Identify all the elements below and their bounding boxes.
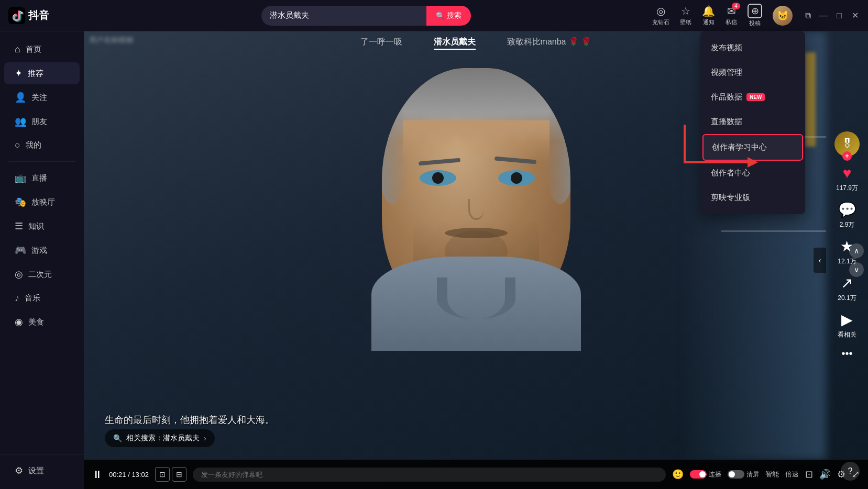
star-action[interactable]: ★ 12.1万 — [838, 238, 856, 266]
related-search-bar[interactable]: 🔍 相关搜索：潜水员戴夫 › — [105, 429, 215, 447]
star-count: 12.1万 — [838, 257, 856, 266]
like-action[interactable]: ♥ 117.9万 — [836, 165, 858, 193]
menu-item-video-manage[interactable]: 视频管理 — [700, 60, 805, 85]
help-button[interactable]: ? — [841, 462, 860, 481]
more-action[interactable]: ••• — [841, 348, 852, 360]
related-label: 看相关 — [838, 330, 856, 339]
menu-item-creator-learn[interactable]: 创作者学习中心 — [702, 134, 803, 161]
author-avatar: 🎖 + — [834, 131, 860, 157]
like-count: 117.9万 — [836, 184, 858, 193]
search-inner: 🔍 搜索 — [261, 6, 471, 26]
channel-tab-2[interactable]: 致敬科比manba 🌹 🌹 — [507, 37, 592, 50]
related-search-icon: 🔍 — [113, 434, 122, 442]
sidebar-item-recommend[interactable]: ✦ 推荐 — [4, 62, 80, 84]
sidebar-item-cinema[interactable]: 🎭 放映厅 — [4, 191, 80, 213]
logo-area: 抖音 — [8, 7, 92, 24]
danmu-icon-1[interactable]: ⊡ — [155, 467, 170, 482]
pip-btn[interactable]: ⧉ — [803, 11, 812, 20]
sidebar-item-settings[interactable]: ⚙ 设置 — [4, 460, 80, 482]
knowledge-icon: ☰ — [15, 220, 23, 232]
heart-icon: ♥ — [843, 165, 852, 182]
app-title: 抖音 — [28, 8, 49, 23]
danmu-icon-2[interactable]: ⊟ — [172, 467, 186, 482]
music-icon: ♪ — [15, 293, 19, 304]
beisu-btn[interactable]: 倍速 — [785, 470, 799, 479]
related-search-chevron: › — [204, 434, 206, 442]
tiktok-logo-icon — [8, 7, 25, 24]
follow-plus-btn[interactable]: + — [842, 151, 852, 161]
sidebar: ⌂ 首页 ✦ 推荐 👤 关注 👥 朋友 ○ 我的 📺 直播 🎭 放映厅 ☰ 知识… — [0, 31, 84, 489]
topbar: 抖音 🔍 搜索 ◎ 充钻石 ☆ 壁纸 🔔 通知 ✉ 4 私信 ⊕ — [0, 0, 868, 31]
sidebar-item-music[interactable]: ♪ 音乐 — [4, 287, 80, 309]
qingping-toggle[interactable]: 清屏 — [728, 470, 759, 479]
topbar-post-btn[interactable]: ⊕ 投稿 — [748, 4, 762, 27]
sidebar-bottom: ⚙ 设置 — [0, 454, 84, 483]
search-icon: 🔍 — [436, 12, 445, 20]
post-icon: ⊕ — [748, 4, 762, 18]
comment-action[interactable]: 💬 2.9万 — [838, 201, 856, 229]
search-button[interactable]: 🔍 搜索 — [426, 6, 471, 26]
emoji-button[interactable]: 🙂 — [672, 469, 684, 480]
topbar-notify-btn[interactable]: 🔔 通知 — [702, 5, 715, 26]
follow-icon: 👤 — [15, 92, 26, 103]
time-display: 00:21 / 13:02 — [109, 471, 149, 479]
search-input[interactable] — [261, 11, 426, 20]
pause-button[interactable]: ⏸ — [92, 469, 103, 481]
topbar-messages-btn[interactable]: ✉ 4 私信 — [726, 5, 737, 26]
topbar-wallpaper-btn[interactable]: ☆ 壁纸 — [680, 5, 691, 26]
share-icon: ↗ — [841, 274, 853, 292]
new-badge: NEW — [746, 93, 765, 101]
home-icon: ⌂ — [15, 44, 20, 55]
menu-item-creator-center[interactable]: 创作者中心 — [700, 161, 805, 185]
related-search-label: 相关搜索：潜水员戴夫 — [126, 434, 200, 443]
anime-icon: ◎ — [15, 269, 23, 280]
volume-icon[interactable]: 🔊 — [819, 469, 831, 480]
picture-in-picture-icon[interactable]: ⊡ — [805, 469, 813, 480]
qingping-switch[interactable] — [728, 470, 744, 479]
lianjiao-switch[interactable] — [690, 470, 707, 479]
bell-icon: 🔔 — [702, 5, 715, 17]
sidebar-item-live[interactable]: 📺 直播 — [4, 167, 80, 189]
user-avatar[interactable]: 🐱 — [773, 6, 793, 26]
sidebar-item-friends[interactable]: 👥 朋友 — [4, 110, 80, 132]
sidebar-item-home[interactable]: ⌂ 首页 — [4, 39, 80, 60]
menu-item-jianying[interactable]: 剪映专业版 — [700, 185, 805, 210]
sidebar-item-knowledge[interactable]: ☰ 知识 — [4, 215, 80, 237]
video-controls: ⏸ 00:21 / 13:02 ⊡ ⊟ 🙂 连播 清屏 智能 倍速 ⊡ — [84, 460, 868, 489]
danmu-icons: ⊡ ⊟ — [155, 467, 186, 482]
author-action[interactable]: 🎖 + — [834, 131, 860, 157]
dropdown-menu: 发布视频 视频管理 作品数据 NEW 直播数据 创作者学习中心 创作者中心 剪映… — [700, 31, 805, 214]
comment-count: 2.9万 — [840, 220, 855, 229]
channel-tab-1[interactable]: 潜水员戴夫 — [434, 37, 476, 50]
zhineng-btn[interactable]: 智能 — [765, 470, 779, 479]
menu-item-work-data[interactable]: 作品数据 NEW — [700, 85, 805, 109]
danmu-input[interactable] — [193, 468, 666, 482]
sidebar-item-games[interactable]: 🎮 游戏 — [4, 239, 80, 261]
video-subtitle: 生命的最后时刻，他拥抱着爱人和大海。 — [105, 414, 274, 426]
sidebar-item-follow[interactable]: 👤 关注 — [4, 86, 80, 108]
close-btn[interactable]: ✕ — [850, 11, 860, 20]
more-icon: ••• — [841, 348, 852, 360]
menu-item-live-data[interactable]: 直播数据 — [700, 109, 805, 134]
play-icon: ▶ — [841, 311, 853, 328]
menu-item-publish-video[interactable]: 发布视频 — [700, 36, 805, 60]
sidebar-item-anime[interactable]: ◎ 二次元 — [4, 263, 80, 285]
games-icon: 🎮 — [15, 244, 26, 256]
share-action[interactable]: ↗ 20.1万 — [838, 274, 856, 303]
related-action[interactable]: ▶ 看相关 — [838, 311, 856, 339]
sidebar-item-food[interactable]: ◉ 美食 — [4, 311, 80, 333]
topbar-charge-btn[interactable]: ◎ 充钻石 — [652, 5, 669, 26]
minimize-btn[interactable]: — — [819, 11, 828, 20]
charge-icon: ◎ — [656, 5, 665, 17]
wallpaper-icon: ☆ — [681, 5, 690, 17]
food-icon: ◉ — [15, 316, 23, 328]
star-icon: ★ — [840, 238, 853, 255]
right-sidebar: 🎖 + ♥ 117.9万 💬 2.9万 ★ 12.1万 ↗ 20.1万 ▶ — [826, 31, 868, 460]
share-count: 20.1万 — [838, 294, 856, 303]
collapse-sidebar-btn[interactable]: ‹ — [814, 248, 826, 273]
lianjiao-toggle[interactable]: 连播 — [690, 470, 721, 479]
channel-tab-0[interactable]: 了一呼一吸 — [360, 37, 402, 50]
comment-icon: 💬 — [838, 201, 856, 218]
maximize-btn[interactable]: □ — [834, 11, 844, 20]
sidebar-item-mine[interactable]: ○ 我的 — [4, 135, 80, 156]
